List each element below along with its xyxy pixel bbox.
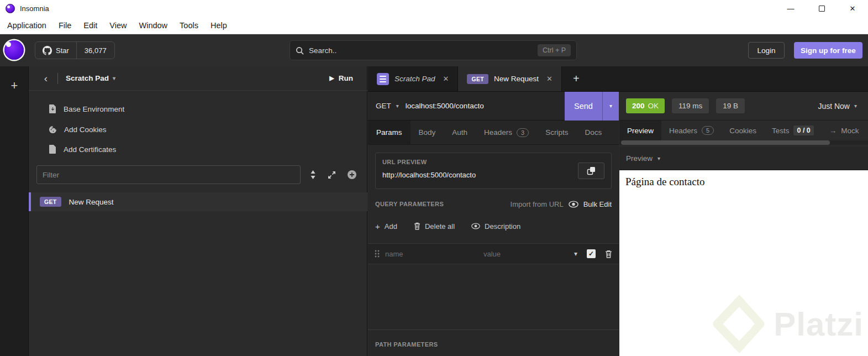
header-divider (57, 73, 58, 84)
tab-tests-label: Tests (772, 127, 790, 135)
tab-mock-label: Mock (841, 127, 859, 135)
close-icon[interactable]: ✕ (837, 0, 868, 17)
chevron-down-icon[interactable]: ▾ (574, 250, 577, 258)
run-button[interactable]: ▶ Run (329, 74, 353, 82)
toggle-description-button[interactable]: Description (471, 222, 520, 231)
param-name-input[interactable] (385, 250, 468, 258)
chevron-down-icon: ▾ (657, 155, 660, 161)
close-icon[interactable]: ✕ (546, 75, 553, 83)
sidebar-item-add-cookies[interactable]: Add Cookies (36, 120, 360, 139)
delete-all-label: Delete all (425, 222, 455, 231)
response-tabs-scrollbar-thumb[interactable] (621, 140, 830, 145)
url-bar: GET ▾ localhost:5000/contacto Send ▾ (368, 92, 619, 121)
add-tab-button[interactable]: + (562, 66, 591, 91)
search-input[interactable]: Search.. Ctrl + P (290, 40, 577, 60)
tab-headers-label: Headers (669, 127, 697, 135)
status-text: OK (648, 102, 659, 110)
drag-handle-icon[interactable] (375, 250, 380, 258)
filter-input[interactable] (36, 165, 301, 184)
status-badge: 200 OK (626, 98, 665, 113)
tab-cookies[interactable]: Cookies (722, 121, 764, 140)
maximize-icon[interactable] (806, 0, 837, 17)
add-param-button[interactable]: + Add (375, 222, 397, 231)
response-time-badge: 119 ms (672, 98, 709, 113)
preview-mode-dropdown[interactable]: Preview ▾ (619, 147, 868, 170)
import-from-url-button[interactable]: Import from URL (511, 200, 564, 208)
menu-tools[interactable]: Tools (173, 21, 204, 30)
send-button[interactable]: Send ▾ (565, 92, 619, 121)
menu-edit[interactable]: Edit (77, 21, 103, 30)
param-value-input[interactable] (483, 250, 566, 258)
insomnia-app-icon (6, 4, 15, 13)
method-dropdown[interactable]: GET ▾ (368, 102, 403, 110)
window-titlebar: Insomnia — ✕ (0, 0, 868, 17)
github-star-left: Star (35, 46, 76, 55)
menu-help[interactable]: Help (204, 21, 233, 30)
url-preview-box: URL PREVIEW http://localhost:5000/contac… (375, 153, 612, 189)
send-label: Send (565, 102, 602, 111)
response-when: Just Now (818, 102, 850, 111)
signup-button[interactable]: Sign up for free (794, 42, 862, 59)
add-workspace-button[interactable]: + (0, 76, 29, 95)
tab-params[interactable]: Params (368, 121, 411, 144)
minimize-icon[interactable]: — (775, 0, 806, 17)
delete-param-icon[interactable] (605, 250, 612, 258)
maximize-box (819, 6, 825, 12)
sidebar-filter-row (36, 165, 360, 185)
sidebar-item-add-certificates[interactable]: Add Certificates (36, 140, 360, 159)
query-parameters-actions: Import from URL Bulk Edit (511, 200, 612, 208)
response-history-dropdown[interactable]: Just Now ▾ (818, 102, 861, 111)
copy-url-button[interactable] (578, 163, 604, 179)
menu-file[interactable]: File (52, 21, 77, 30)
send-options-dropdown[interactable]: ▾ (602, 92, 619, 121)
tab-response-headers[interactable]: Headers 5 (661, 121, 722, 140)
login-button[interactable]: Login (748, 42, 785, 59)
param-enabled-checkbox[interactable]: ✓ (587, 249, 596, 258)
certificate-icon (49, 145, 56, 154)
tab-headers-label: Headers (484, 128, 512, 137)
back-chevron-icon[interactable]: ‹ (39, 72, 53, 85)
workspace-selector[interactable]: Scratch Pad ▾ (62, 72, 119, 85)
request-name: New Request (69, 198, 114, 206)
sidebar-request-new-request[interactable]: GET New Request (29, 192, 367, 211)
sidebar-header: ‹ Scratch Pad ▾ ▶ Run (29, 66, 367, 91)
menu-window[interactable]: Window (133, 21, 173, 30)
tab-docs[interactable]: Docs (577, 121, 611, 144)
close-icon[interactable]: ✕ (443, 75, 449, 83)
cookie-icon (49, 125, 57, 134)
tab-scripts[interactable]: Scripts (537, 121, 576, 144)
sidebar-item-base-environment[interactable]: Base Environment (36, 100, 360, 118)
tests-count-badge: 0 / 0 (793, 125, 813, 135)
delete-all-button[interactable]: Delete all (414, 222, 455, 231)
tab-body[interactable]: Body (411, 121, 444, 144)
tab-preview[interactable]: Preview (619, 121, 661, 140)
plus-circle-icon[interactable] (347, 170, 357, 180)
eye-icon (471, 223, 480, 229)
response-body-text: Página de contacto (625, 176, 705, 188)
github-star-button[interactable]: Star 36,077 (35, 41, 115, 59)
chevron-down-icon: ▾ (396, 103, 399, 109)
tab-scratch-pad[interactable]: Scratch Pad ✕ (368, 66, 458, 91)
query-parameters-header: QUERY PARAMETERS Import from URL Bulk Ed… (375, 198, 612, 210)
tab-auth[interactable]: Auth (444, 121, 476, 144)
bulk-edit-button[interactable]: Bulk Edit (583, 200, 612, 208)
workspace-tab-icon (377, 73, 389, 85)
method-badge: GET (467, 74, 488, 84)
path-parameters-section: PATH PARAMETERS (368, 329, 619, 348)
sort-icon[interactable] (309, 170, 317, 179)
url-input[interactable]: localhost:5000/contacto (406, 102, 484, 110)
menu-application[interactable]: Application (1, 21, 52, 30)
arrow-right-icon: → (829, 127, 837, 135)
tab-tests[interactable]: Tests 0 / 0 (764, 121, 822, 140)
bulk-edit-toggle-icon[interactable] (569, 201, 578, 208)
menu-view[interactable]: View (103, 21, 133, 30)
expand-icon[interactable] (328, 171, 336, 179)
plus-icon: + (11, 78, 18, 93)
tab-new-request[interactable]: GET New Request ✕ (458, 66, 561, 91)
tab-mock[interactable]: → Mock (822, 121, 867, 140)
url-preview-title: URL PREVIEW (382, 159, 604, 165)
watermark-text: Platzi (774, 305, 864, 343)
tab-label: Scratch Pad (394, 75, 435, 83)
sidebar-item-label: Add Cookies (64, 125, 107, 134)
tab-headers[interactable]: Headers 3 (476, 121, 537, 144)
